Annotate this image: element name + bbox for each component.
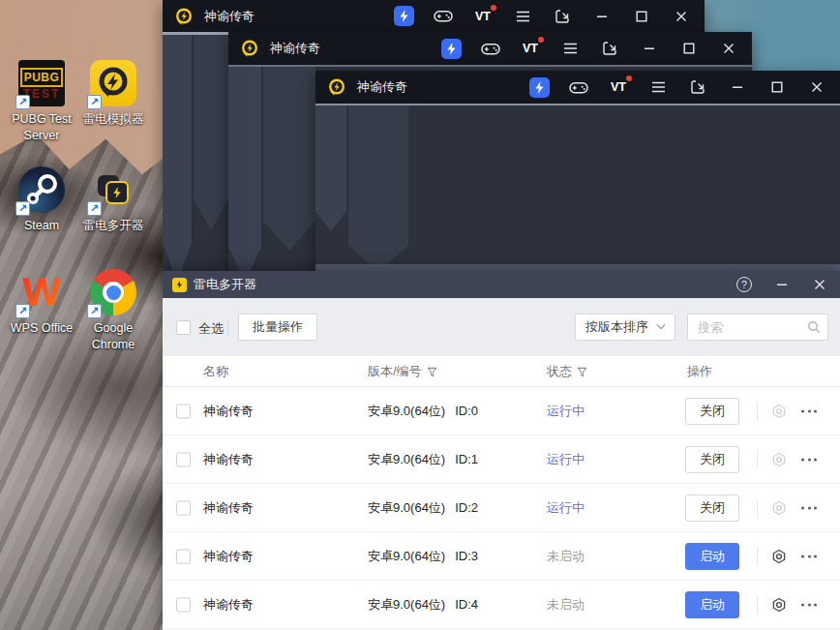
boost-icon[interactable] — [394, 6, 414, 26]
row-checkbox[interactable] — [176, 404, 191, 418]
emulator-titlebar[interactable]: 神谕传奇 VT — [228, 32, 752, 65]
ldplayer-logo-icon — [174, 7, 194, 26]
steam-icon: ↗ — [18, 166, 65, 213]
vt-indicator[interactable]: VT — [472, 6, 494, 27]
table-row: 神谕传奇 安卓9.0(64位)ID:4 未启动 启动 — [163, 581, 840, 629]
menu-icon[interactable] — [512, 6, 533, 27]
more-options-button[interactable] — [799, 454, 819, 465]
header-version-label: 版本/编号 — [368, 363, 422, 380]
row-divider — [757, 498, 758, 518]
settings-gear-icon[interactable] — [771, 500, 787, 516]
batch-operations-button[interactable]: 批量操作 — [238, 314, 317, 341]
start-instance-button[interactable]: 启动 — [685, 543, 739, 570]
vt-label: VT — [475, 10, 491, 23]
chevron-down-icon — [655, 323, 667, 331]
loading-blade-decoration — [348, 105, 408, 271]
shortcut-arrow-icon: ↗ — [15, 304, 30, 318]
desktop-icon-ldplayer[interactable]: ↗ 雷电模拟器 — [75, 60, 152, 128]
instance-status: 运行中 — [547, 403, 585, 420]
settings-gear-icon[interactable] — [771, 452, 787, 467]
row-checkbox[interactable] — [176, 500, 191, 515]
settings-gear-icon[interactable] — [771, 549, 787, 564]
table-header: 名称 版本/编号 状态 操作 — [163, 356, 840, 387]
vt-indicator[interactable]: VT — [608, 76, 629, 98]
instance-table: 神谕传奇 安卓9.0(64位)ID:0 运行中 关闭 神谕传奇 安卓9.0(64… — [163, 387, 840, 629]
loading-blade-decoration — [228, 67, 261, 271]
menu-icon[interactable] — [647, 76, 669, 98]
settings-gear-icon[interactable] — [771, 404, 787, 419]
desktop-icon-wps-office[interactable]: W ↗ WPS Office — [3, 269, 80, 337]
select-all-label: 全选 — [198, 320, 224, 338]
screenshot-icon[interactable] — [599, 38, 620, 59]
close-button[interactable] — [811, 276, 828, 293]
more-options-button[interactable] — [799, 551, 819, 561]
emulator-titlebar[interactable]: 神谕传奇 VT — [315, 71, 840, 104]
instance-status: 未启动 — [547, 548, 585, 565]
menu-icon[interactable] — [559, 38, 581, 59]
more-options-button[interactable] — [799, 599, 819, 610]
search-icon — [807, 320, 821, 334]
vt-notification-dot — [491, 5, 496, 11]
loading-blade-decoration — [315, 105, 346, 231]
gamepad-icon[interactable] — [568, 76, 589, 98]
emulator-bottom-strip — [315, 264, 840, 271]
pubg-logo-text: PUBG — [20, 68, 63, 87]
more-options-button[interactable] — [799, 405, 819, 416]
boost-icon[interactable] — [441, 39, 462, 59]
desktop-icon-google-chrome[interactable]: ↗ Google Chrome — [75, 269, 152, 353]
row-checkbox[interactable] — [176, 452, 191, 466]
desktop-icon-steam[interactable]: ↗ Steam — [3, 166, 80, 234]
screenshot-icon[interactable] — [687, 76, 708, 98]
maximize-button[interactable] — [678, 38, 700, 59]
help-icon: ? — [736, 277, 752, 292]
emulator-screen[interactable] — [315, 104, 840, 271]
filter-icon[interactable] — [577, 367, 587, 377]
multiplayer-titlebar[interactable]: 雷电多开器 ? — [163, 271, 840, 298]
instance-id: ID:1 — [455, 452, 478, 466]
vt-notification-dot — [626, 75, 632, 81]
desktop: PUBG TEST ↗ PUBG Test Server ↗ 雷电模拟器 — [0, 0, 840, 630]
close-instance-button[interactable]: 关闭 — [685, 446, 739, 473]
desktop-icon-label: PUBG Test Server — [3, 111, 80, 144]
close-instance-button[interactable]: 关闭 — [685, 495, 739, 522]
instance-name: 神谕传奇 — [203, 596, 254, 614]
shortcut-arrow-icon: ↗ — [15, 95, 30, 109]
select-all-checkbox[interactable] — [176, 320, 191, 335]
row-divider — [757, 450, 758, 469]
desktop-icon-ld-multiplayer[interactable]: ↗ 雷电多开器 — [75, 166, 152, 234]
minimize-button[interactable] — [773, 276, 791, 293]
window-title: 神谕传奇 — [357, 78, 407, 96]
vt-indicator[interactable]: VT — [520, 38, 541, 59]
more-options-button[interactable] — [799, 502, 819, 513]
emulator-titlebar[interactable]: 神谕传奇 VT — [163, 0, 705, 32]
row-checkbox[interactable] — [176, 597, 191, 612]
desktop-icon-pubg-test-server[interactable]: PUBG TEST ↗ PUBG Test Server — [3, 60, 80, 144]
close-button[interactable] — [806, 76, 827, 98]
instance-name: 神谕传奇 — [203, 451, 254, 468]
minimize-button[interactable] — [591, 6, 613, 27]
start-instance-button[interactable]: 启动 — [685, 591, 739, 618]
filter-icon[interactable] — [427, 367, 437, 377]
close-button[interactable] — [718, 38, 739, 59]
header-status: 状态 — [547, 356, 587, 387]
gamepad-icon[interactable] — [433, 6, 454, 27]
shortcut-arrow-icon: ↗ — [15, 201, 30, 216]
settings-gear-icon[interactable] — [771, 597, 787, 613]
close-instance-button[interactable]: 关闭 — [685, 398, 739, 425]
maximize-button[interactable] — [631, 6, 652, 27]
row-checkbox[interactable] — [176, 549, 191, 563]
screenshot-icon[interactable] — [552, 6, 573, 27]
instance-status: 运行中 — [547, 451, 585, 468]
boost-icon[interactable] — [529, 77, 550, 98]
minimize-button[interactable] — [727, 76, 748, 98]
header-status-label: 状态 — [547, 363, 572, 380]
maximize-button[interactable] — [766, 76, 788, 98]
gamepad-icon[interactable] — [480, 38, 501, 59]
table-row: 神谕传奇 安卓9.0(64位)ID:3 未启动 启动 — [163, 532, 840, 581]
search-box — [687, 314, 828, 341]
sort-dropdown[interactable]: 按版本排序 — [575, 314, 675, 341]
close-button[interactable] — [671, 6, 692, 27]
minimize-button[interactable] — [639, 38, 660, 59]
help-button[interactable]: ? — [735, 276, 753, 293]
toolbar-divider — [227, 320, 228, 335]
